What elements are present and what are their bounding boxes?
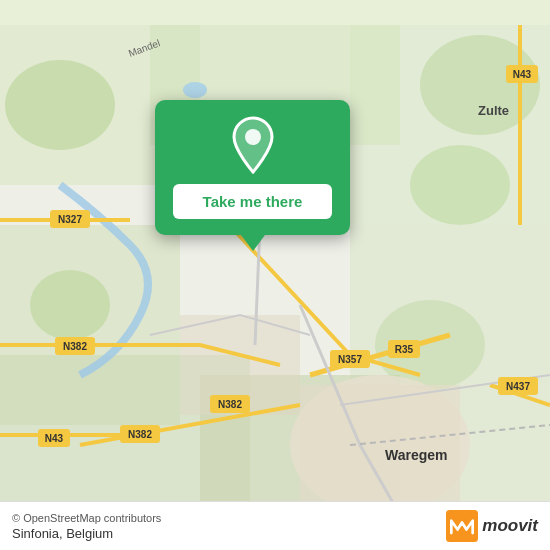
svg-text:Waregem: Waregem [385,447,448,463]
svg-text:N382: N382 [128,429,152,440]
popup-card: Take me there [155,100,350,235]
svg-point-10 [410,145,510,225]
svg-text:N382: N382 [63,341,87,352]
map-container: N327 N357 N357 N382 N382 N382 R35 N43 N4… [0,0,550,550]
map-background: N327 N357 N357 N382 N382 N382 R35 N43 N4… [0,0,550,550]
svg-point-42 [245,129,261,145]
svg-text:R35: R35 [395,344,414,355]
moovit-logo: moovit [446,510,538,542]
location-icon-wrap [226,118,280,172]
moovit-logo-text: moovit [482,516,538,536]
svg-text:N43: N43 [45,433,64,444]
svg-point-16 [183,82,207,98]
location-name: Sinfonia, Belgium [12,526,161,541]
svg-point-12 [30,270,110,340]
svg-text:Zulte: Zulte [478,103,509,118]
svg-text:N382: N382 [218,399,242,410]
svg-rect-14 [300,385,460,505]
take-me-there-button[interactable]: Take me there [173,184,332,219]
svg-text:N43: N43 [513,69,532,80]
svg-text:N357: N357 [338,354,362,365]
moovit-logo-icon [446,510,478,542]
svg-point-8 [5,60,115,150]
svg-text:N437: N437 [506,381,530,392]
location-pin-icon [228,116,278,174]
bottom-bar: © OpenStreetMap contributors Sinfonia, B… [0,501,550,550]
attribution: © OpenStreetMap contributors [12,512,161,524]
svg-text:N327: N327 [58,214,82,225]
